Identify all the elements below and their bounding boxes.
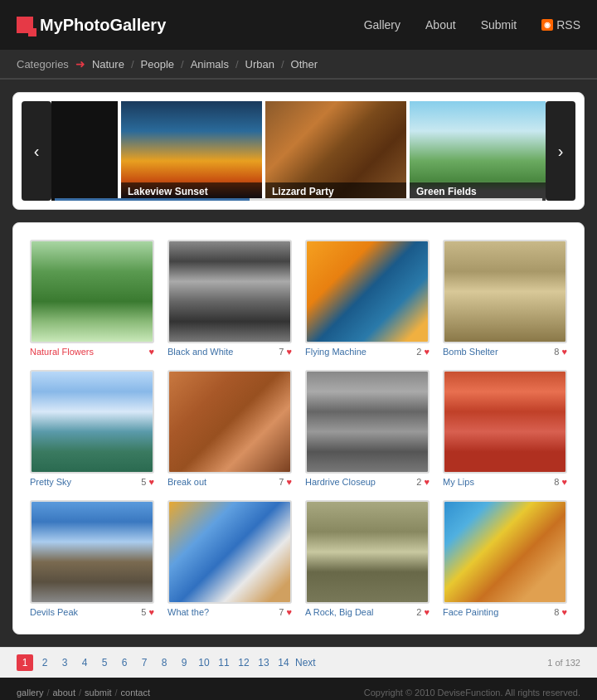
logo: MyPhotoGallery [17,16,364,35]
page-link[interactable]: 6 [116,654,133,671]
gallery-likes: 2 ♥ [416,477,430,487]
heart-icon: ♥ [561,477,567,487]
page-link[interactable]: 11 [216,654,232,671]
slide-item-3[interactable]: Green Fields [410,101,546,201]
footer: gallery / about / submit / contact Copyr… [0,678,597,700]
nav-about[interactable]: About [425,18,456,32]
gallery-likes: 8 ♥ [554,347,567,357]
heart-icon: ♥ [148,347,154,357]
gallery-info: What the? 7 ♥ [167,607,292,617]
page-link[interactable]: 5 [96,654,113,671]
gallery-title[interactable]: Pretty Sky [30,477,71,487]
logo-text: MyPhotoGallery [40,16,166,35]
nav-rss[interactable]: ◉ RSS [541,18,580,32]
gallery-thumb-img [307,241,428,342]
gallery-likes: 2 ♥ [416,347,430,357]
subnav-arrow-icon: ➜ [75,57,85,70]
gallery-title[interactable]: Hardrive Closeup [305,477,376,487]
gallery-title[interactable]: Devils Peak [30,607,78,617]
subnav-urban[interactable]: Urban [245,58,274,70]
page-links: 1234567891011121314Next [17,654,316,671]
gallery-grid: Natural Flowers ♥ Black and White 7 ♥ Fl… [30,240,567,617]
gallery-item[interactable]: Bomb Shelter 8 ♥ [443,240,567,357]
gallery-likes: 7 ♥ [279,607,292,617]
gallery-thumb [30,500,154,604]
gallery-info: Pretty Sky 5 ♥ [30,477,154,487]
gallery-item[interactable]: Hardrive Closeup 2 ♥ [305,370,430,487]
slider-prev-button[interactable]: ‹ [22,101,51,201]
gallery-thumb [30,370,154,474]
subnav-sep-3: / [235,58,239,70]
slider-track: Lakeview Sunset Lizzard Party Green Fiel… [51,101,546,201]
gallery-info: Break out 7 ♥ [167,477,292,487]
subnav-nature[interactable]: Nature [92,58,124,70]
gallery-thumb-img [32,241,153,342]
footer-link-submit[interactable]: submit [85,688,111,698]
gallery-title[interactable]: My Lips [443,477,474,487]
slider-progress-bar [55,198,250,201]
page-link[interactable]: 9 [176,654,192,671]
gallery-item[interactable]: Flying Machine 2 ♥ [305,240,430,357]
heart-icon: ♥ [148,477,154,487]
page-link[interactable]: 7 [136,654,153,671]
footer-links: gallery / about / submit / contact [17,688,150,698]
slide-item-1[interactable]: Lakeview Sunset [121,101,262,201]
page-link[interactable]: 13 [255,654,272,671]
page-next-button[interactable]: Next [295,657,316,668]
heart-icon: ♥ [424,477,430,487]
page-link[interactable]: 14 [275,654,292,671]
gallery-title[interactable]: Flying Machine [305,347,366,357]
gallery-title[interactable]: Bomb Shelter [443,347,498,357]
gallery-thumb-img [32,372,153,472]
slide-item-2[interactable]: Lizzard Party [265,101,406,201]
nav-submit[interactable]: Submit [481,18,517,32]
gallery-title[interactable]: A Rock, Big Deal [305,607,374,617]
subnav-animals[interactable]: Animals [191,58,229,70]
footer-link-contact[interactable]: contact [121,688,150,698]
page-link[interactable]: 3 [56,654,73,671]
heart-icon: ♥ [286,607,292,617]
gallery-title[interactable]: Face Painting [443,607,498,617]
gallery-item[interactable]: Face Painting 8 ♥ [443,500,567,617]
gallery-thumb [167,240,292,343]
gallery-thumb-img [444,502,565,602]
gallery-item[interactable]: A Rock, Big Deal 2 ♥ [305,500,430,617]
gallery-item[interactable]: Black and White 7 ♥ [167,240,292,357]
page-link[interactable]: 4 [76,654,93,671]
subnav-sep-2: / [181,58,184,70]
page-link[interactable]: 8 [156,654,172,671]
gallery-likes: 7 ♥ [279,477,292,487]
page-link[interactable]: 2 [36,654,53,671]
page-link[interactable]: 10 [196,654,212,671]
gallery-title[interactable]: Break out [167,477,206,487]
page-link-active[interactable]: 1 [17,654,33,671]
subnav-other[interactable]: Other [291,58,318,70]
nav-gallery[interactable]: Gallery [364,18,400,32]
gallery-title[interactable]: Black and White [167,347,233,357]
gallery-likes: 8 ♥ [554,607,567,617]
gallery-info: Face Painting 8 ♥ [443,607,567,617]
gallery-info: My Lips 8 ♥ [443,477,567,487]
slider-next-button[interactable]: › [546,101,575,201]
gallery-item[interactable]: My Lips 8 ♥ [443,370,567,487]
subnav-people[interactable]: People [141,58,174,70]
pagination: 1234567891011121314Next 1 of 132 [0,647,597,678]
gallery-item[interactable]: Natural Flowers ♥ [30,240,154,357]
gallery-thumb [443,240,567,343]
page-link[interactable]: 12 [235,654,252,671]
gallery-item[interactable]: Pretty Sky 5 ♥ [30,370,154,487]
footer-link-gallery[interactable]: gallery [17,688,43,698]
subnav-sep-1: / [131,58,134,70]
footer-link-about[interactable]: about [52,688,75,698]
footer-sep: / [114,688,117,698]
gallery-item[interactable]: What the? 7 ♥ [167,500,292,617]
gallery-title[interactable]: Natural Flowers [30,347,94,357]
rss-icon: ◉ [541,19,553,31]
gallery-info: Devils Peak 5 ♥ [30,607,154,617]
gallery-item[interactable]: Break out 7 ♥ [167,370,292,487]
gallery-info: A Rock, Big Deal 2 ♥ [305,607,430,617]
gallery-item[interactable]: Devils Peak 5 ♥ [30,500,154,617]
page-count: 1 of 132 [547,658,580,668]
heart-icon: ♥ [148,607,154,617]
gallery-title[interactable]: What the? [167,607,209,617]
